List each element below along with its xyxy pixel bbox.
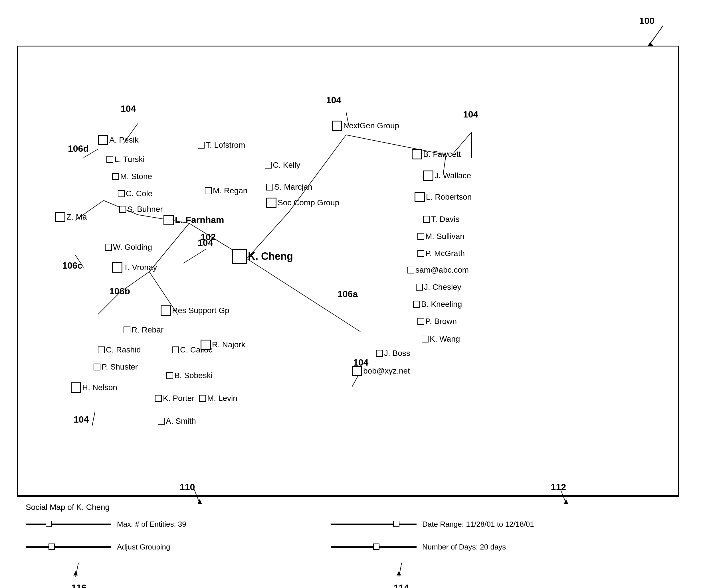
node-t-lofstrom[interactable]: T. Lofstrom <box>198 141 245 150</box>
node-label-a-pesik: A. Pesik <box>109 136 139 145</box>
node-label-p-shuster: P. Shuster <box>101 362 138 371</box>
node-label-s-marcjan: S. Marcjan <box>274 182 312 192</box>
node-label-t-davis: T. Davis <box>431 215 460 224</box>
node-nextgen-group[interactable]: NextGen Group <box>332 120 399 131</box>
svg-line-21 <box>92 412 95 426</box>
node-soc-comp-group[interactable]: Soc Comp Group <box>266 197 339 208</box>
node-box-c-rashid <box>98 346 105 353</box>
node-box-r-rebar <box>124 327 130 333</box>
node-box-bob-xyz <box>352 366 362 376</box>
node-m-levin[interactable]: M. Levin <box>199 394 237 403</box>
node-s-buhner[interactable]: S. Buhner <box>119 205 163 214</box>
node-m-sullivan[interactable]: M. Sullivan <box>417 232 465 241</box>
node-sam-abc[interactable]: sam@abc.com <box>407 265 469 275</box>
node-box-p-brown <box>417 318 424 325</box>
node-t-vronay[interactable]: T. Vronay <box>112 262 157 273</box>
node-label-h-nelson: H. Nelson <box>82 383 117 392</box>
node-label-b-sobeski: B. Sobeski <box>174 371 213 380</box>
slider4-thumb[interactable] <box>373 543 380 550</box>
node-box-nextgen <box>332 120 342 131</box>
node-l-robertson[interactable]: L. Robertson <box>414 192 472 202</box>
node-r-najork[interactable]: R. Najork <box>201 340 245 350</box>
node-res-support[interactable]: Res Support Gp <box>161 306 229 316</box>
slider3-thumb[interactable] <box>393 521 399 527</box>
node-j-wallace[interactable]: J. Wallace <box>423 171 471 181</box>
node-m-regan[interactable]: M. Regan <box>205 186 247 195</box>
slider2-track <box>26 547 111 548</box>
node-label-l-farnham: L. Farnham <box>175 215 224 225</box>
node-p-shuster[interactable]: P. Shuster <box>94 362 138 371</box>
node-box-s-buhner <box>119 206 126 213</box>
ref-114-arrow <box>393 560 410 583</box>
node-box-b-sobeski <box>166 372 173 379</box>
node-label-a-smith: A. Smith <box>166 417 196 426</box>
node-label-m-stone: M. Stone <box>120 172 152 181</box>
node-b-kneeling[interactable]: B. Kneeling <box>413 300 462 309</box>
node-label-m-regan: M. Regan <box>213 186 247 195</box>
node-box-p-mcgrath <box>417 250 424 257</box>
node-label-m-levin: M. Levin <box>207 394 237 403</box>
node-k-porter[interactable]: K. Porter <box>155 394 194 403</box>
node-p-brown[interactable]: P. Brown <box>417 317 457 326</box>
node-box-t-vronay <box>112 262 123 273</box>
node-h-nelson[interactable]: H. Nelson <box>71 383 117 393</box>
ref-106c: 106c <box>62 260 82 271</box>
node-k-wang[interactable]: K. Wang <box>422 334 460 344</box>
slider2-thumb[interactable] <box>49 543 55 550</box>
node-a-smith[interactable]: A. Smith <box>158 417 196 426</box>
node-b-sobeski[interactable]: B. Sobeski <box>166 371 213 380</box>
node-j-boss[interactable]: J. Boss <box>376 349 410 358</box>
node-label-sam-abc: sam@abc.com <box>415 265 469 275</box>
node-box-p-shuster <box>94 363 100 370</box>
slider1-thumb[interactable] <box>46 521 52 527</box>
node-label-res-support: Res Support Gp <box>172 306 229 315</box>
node-bob-xyz[interactable]: bob@xyz.net <box>352 366 410 376</box>
node-box-h-nelson <box>71 383 81 393</box>
node-label-m-sullivan: M. Sullivan <box>425 232 465 241</box>
node-c-kelly[interactable]: C. Kelly <box>265 161 300 170</box>
node-c-rashid[interactable]: C. Rashid <box>98 345 141 354</box>
node-label-l-robertson: L. Robertson <box>426 192 472 201</box>
node-label-j-boss: J. Boss <box>384 349 410 358</box>
node-t-davis[interactable]: T. Davis <box>423 215 460 224</box>
node-box-m-stone <box>112 173 119 180</box>
ref-106b: 106b <box>109 286 130 297</box>
node-label-bob-xyz: bob@xyz.net <box>363 366 410 375</box>
node-b-fawcett[interactable]: B. Fawcett <box>412 149 461 159</box>
node-label-t-vronay: T. Vronay <box>124 263 157 272</box>
node-l-turski[interactable]: L. Turski <box>106 155 145 164</box>
svg-line-19 <box>183 249 206 263</box>
node-label-c-rashid: C. Rashid <box>106 345 141 354</box>
node-label-k-cheng: K. Cheng <box>248 250 293 262</box>
node-j-chesley[interactable]: J. Chesley <box>416 282 461 292</box>
node-m-stone[interactable]: M. Stone <box>112 172 152 181</box>
node-w-golding[interactable]: W. Golding <box>105 243 152 252</box>
ref-104-top-left: 104 <box>121 103 136 114</box>
node-box-r-najork <box>201 340 211 350</box>
node-label-s-buhner: S. Buhner <box>127 205 163 214</box>
ref-106a: 106a <box>337 289 358 300</box>
node-label-r-najork: R. Najork <box>212 340 245 349</box>
node-box-m-sullivan <box>417 233 424 240</box>
node-label-j-chesley: J. Chesley <box>424 282 461 292</box>
node-c-cole[interactable]: C. Cole <box>118 189 152 198</box>
node-box-c-cole <box>118 190 125 197</box>
node-s-marcjan[interactable]: S. Marcjan <box>266 182 312 192</box>
node-box-m-regan <box>205 187 212 194</box>
node-k-cheng[interactable]: K. Cheng <box>232 249 293 264</box>
node-z-ma[interactable]: Z. Ma <box>55 212 87 222</box>
node-a-pesik[interactable]: A. Pesik <box>98 135 139 145</box>
node-label-c-cole: C. Cole <box>126 189 152 198</box>
ref-110-arrow <box>188 488 211 508</box>
node-box-j-boss <box>376 350 383 357</box>
node-l-farnham[interactable]: L. Farnham <box>163 215 224 225</box>
node-r-rebar[interactable]: R. Rebar <box>124 325 163 334</box>
node-label-b-fawcett: B. Fawcett <box>423 150 461 159</box>
svg-marker-29 <box>73 571 78 576</box>
node-p-mcgrath[interactable]: P. McGrath <box>417 249 465 258</box>
slider4-row: Number of Days: 20 days <box>331 543 506 552</box>
node-label-l-turski: L. Turski <box>114 155 145 164</box>
ref-112-arrow <box>555 488 577 508</box>
ref-104-top-center: 104 <box>326 95 341 105</box>
node-label-p-brown: P. Brown <box>425 317 457 326</box>
